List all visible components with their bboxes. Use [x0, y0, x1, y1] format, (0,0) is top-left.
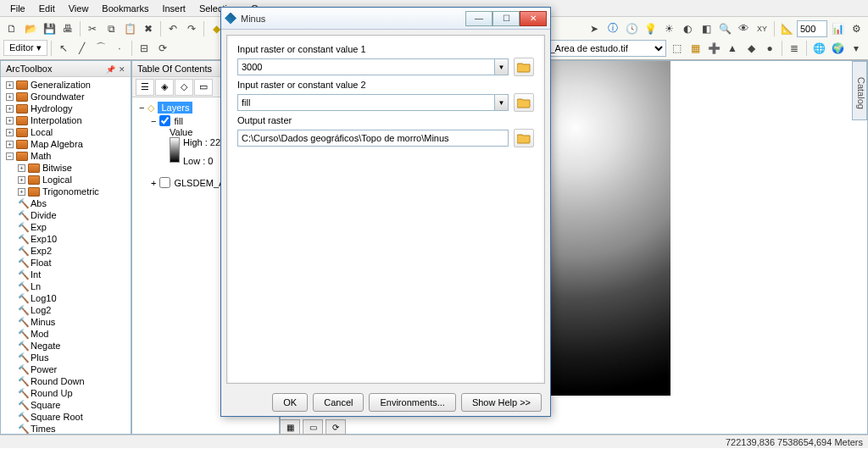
tool-negate[interactable]: Negate [31, 341, 60, 351]
time-icon[interactable]: 🕓 [623, 20, 640, 37]
input2-browse-button[interactable] [514, 93, 534, 112]
tool-log2[interactable]: Log2 [31, 305, 51, 315]
expand-icon[interactable]: + [6, 117, 14, 125]
refresh-view-icon[interactable]: ⟳ [326, 419, 346, 435]
split-icon[interactable]: ⊟ [136, 40, 153, 57]
source-icon[interactable]: ⬚ [668, 40, 685, 57]
menu-insert[interactable]: Insert [155, 1, 192, 16]
tool-float[interactable]: Float [31, 258, 51, 268]
ok-button[interactable]: OK [272, 393, 308, 412]
xy-icon[interactable]: XY [754, 20, 771, 37]
edit-arc-icon[interactable]: ⌒ [92, 40, 109, 57]
tool-abs[interactable]: Abs [31, 198, 47, 208]
globe-icon[interactable]: 🌐 [810, 40, 827, 57]
tool-times[interactable]: Times [31, 424, 56, 434]
toc-tab-visibility[interactable]: ◇ [175, 79, 193, 96]
toolset-math[interactable]: Math [31, 151, 51, 161]
toolset-local[interactable]: Local [31, 127, 53, 137]
layer-fill[interactable]: fill [174, 116, 182, 126]
grayscale-icon[interactable]: ◐ [679, 20, 696, 37]
catalog-icon[interactable]: ▦ [687, 40, 704, 57]
info-icon[interactable]: ⓘ [604, 20, 621, 37]
toc-tab-selection[interactable]: ▭ [194, 79, 213, 96]
data-view-tab[interactable]: ▦ [280, 419, 300, 435]
menu-view[interactable]: View [62, 1, 96, 16]
measure-icon[interactable]: 📐 [778, 20, 795, 37]
toolset-hydrology[interactable]: Hydrology [31, 103, 73, 114]
tool-plus[interactable]: Plus [31, 352, 48, 363]
tool-divide[interactable]: Divide [31, 210, 57, 220]
save-icon[interactable]: 💾 [41, 20, 58, 37]
settings-icon[interactable]: ⚙ [848, 20, 865, 37]
tool-round-up[interactable]: Round Up [31, 388, 73, 398]
pin-icon[interactable]: 📌 [106, 65, 115, 74]
contrast-icon[interactable]: ◧ [698, 20, 715, 37]
tool-power[interactable]: Power [31, 364, 57, 374]
toolset-generalization[interactable]: Generalization [31, 80, 91, 90]
redo-icon[interactable]: ↷ [183, 20, 200, 37]
edit-tool-icon[interactable]: ↖ [55, 40, 72, 57]
pointer-icon[interactable]: ➤ [586, 20, 603, 37]
edit-line-icon[interactable]: ╱ [74, 40, 91, 57]
panel-close-icon[interactable]: ✕ [119, 65, 125, 74]
minimize-button[interactable]: — [465, 11, 492, 26]
rotate-icon[interactable]: ⟳ [154, 40, 171, 57]
expand-icon[interactable]: + [18, 176, 25, 184]
find-icon[interactable]: 🔍 [716, 20, 733, 37]
collapse-icon[interactable]: − [6, 152, 14, 160]
print-icon[interactable]: 🖶 [59, 20, 76, 37]
open-icon[interactable]: 📂 [22, 20, 39, 37]
add-layer-icon[interactable]: ➕ [705, 40, 722, 57]
value-input[interactable] [797, 20, 827, 37]
close-button[interactable]: ✕ [520, 11, 547, 26]
copy-icon[interactable]: ⧉ [103, 20, 120, 37]
toolset-map-algebra[interactable]: Map Algebra [31, 139, 83, 149]
menu-file[interactable]: File [3, 1, 32, 16]
undo-icon[interactable]: ↶ [164, 20, 181, 37]
expand-icon[interactable]: + [18, 164, 25, 172]
output-field[interactable] [237, 130, 509, 147]
maximize-button[interactable]: ☐ [492, 11, 520, 26]
layers-node[interactable]: Layers [158, 102, 192, 114]
environments-button[interactable]: Environments... [369, 393, 455, 412]
layers-icon[interactable]: ≣ [786, 40, 803, 57]
toolset-trigonometric[interactable]: Trigonometric [42, 186, 99, 197]
tool-exp10[interactable]: Exp10 [31, 234, 57, 244]
tool-mod[interactable]: Mod [31, 329, 48, 339]
layer-glsdem-checkbox[interactable] [159, 177, 170, 188]
layout-view-tab[interactable]: ▭ [303, 419, 323, 435]
output-browse-button[interactable] [514, 129, 534, 147]
toolset-groundwater[interactable]: Groundwater [31, 91, 85, 102]
tool-exp[interactable]: Exp [31, 222, 47, 232]
tool2-icon[interactable]: ◆ [743, 40, 760, 57]
tool-int[interactable]: Int [31, 269, 41, 280]
new-icon[interactable]: 🗋 [3, 20, 20, 37]
expand-icon[interactable]: + [6, 105, 14, 113]
dialog-titlebar[interactable]: Minus — ☐ ✕ [221, 8, 550, 30]
input1-field[interactable] [237, 58, 495, 75]
show-help-button[interactable]: Show Help >> [461, 393, 542, 412]
toolset-logical[interactable]: Logical [42, 175, 72, 185]
paste-icon[interactable]: 📋 [121, 20, 138, 37]
dropdown-icon[interactable]: ▾ [848, 40, 865, 57]
collapse-icon[interactable]: − [151, 116, 156, 126]
input2-field[interactable] [237, 94, 495, 111]
tool-square[interactable]: Square [31, 400, 60, 410]
toolset-interpolation[interactable]: Interpolation [31, 115, 82, 125]
layer-fill-checkbox[interactable] [159, 115, 170, 126]
binoculars-icon[interactable]: 👁 [735, 20, 752, 37]
brightness-icon[interactable]: ☀ [660, 20, 677, 37]
bulb-icon[interactable]: 💡 [642, 20, 659, 37]
menu-bookmarks[interactable]: Bookmarks [95, 1, 155, 16]
expand-icon[interactable]: + [18, 188, 25, 196]
cut-icon[interactable]: ✂ [84, 20, 101, 37]
toc-tab-drawing-order[interactable]: ☰ [136, 79, 154, 96]
globe2-icon[interactable]: 🌍 [829, 40, 846, 57]
expand-icon[interactable]: + [6, 93, 14, 101]
expand-icon[interactable]: + [6, 81, 14, 89]
chart-icon[interactable]: 📊 [829, 20, 846, 37]
tool-minus[interactable]: Minus [31, 317, 55, 327]
tool1-icon[interactable]: ▲ [724, 40, 741, 57]
tool-exp2[interactable]: Exp2 [31, 246, 52, 256]
edit-point-icon[interactable]: · [111, 40, 128, 57]
